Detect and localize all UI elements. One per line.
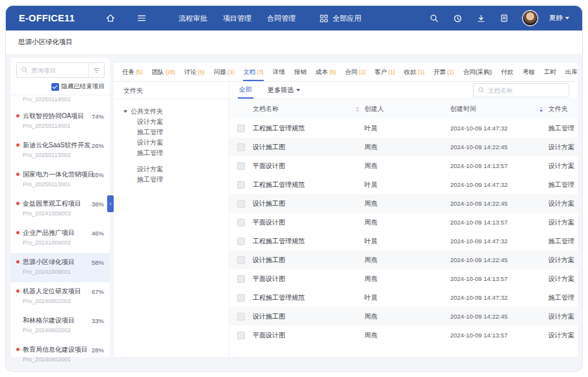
row-checkbox[interactable] — [237, 237, 245, 245]
hide-finished-checkbox[interactable] — [51, 83, 59, 91]
tab-客户[interactable]: 客户(1) — [374, 63, 394, 81]
tab-开票[interactable]: 开票(1) — [433, 63, 454, 81]
tree-node-施工管理[interactable]: 施工管理 — [137, 175, 229, 185]
doc-name-cell[interactable]: 设计施工图 — [253, 256, 364, 265]
project-list-item[interactable]: 思源小区绿化项目Pro_2024100900158% — [11, 253, 110, 282]
filter-all-tab[interactable]: 全部 — [238, 82, 253, 99]
sort-icon-doc-name[interactable] — [355, 106, 359, 112]
table-row[interactable]: 平面设计图周燕2024-10-09 14:13:57设计方案 — [229, 213, 578, 232]
row-checkbox[interactable] — [237, 181, 245, 189]
document-icon[interactable] — [498, 12, 510, 24]
user-avatar[interactable] — [523, 11, 537, 25]
project-list-item[interactable]: 金益园景观工程项目Pro_2024100900338% — [11, 195, 110, 224]
project-list-item[interactable]: 和林格尔建设项目Pro_2024080200233% — [11, 311, 110, 341]
project-list-item[interactable]: 新迪云化SaaS软件开发Pro_2025011300226% — [11, 136, 110, 165]
tree-node-public-folder[interactable]: 公共文件夹 — [123, 106, 229, 117]
tab-工时[interactable]: 工时 — [544, 63, 556, 81]
more-filters-label: 更多筛选 — [268, 86, 294, 95]
clock-icon[interactable] — [452, 12, 463, 24]
tab-讨论[interactable]: 讨论(6) — [185, 63, 205, 81]
row-checkbox[interactable] — [237, 219, 245, 226]
table-row[interactable]: 工程施工管理规范叶晨2024-10-09 14:47:32施工管理 — [229, 288, 578, 307]
tree-node-设计方案[interactable]: 设计方案 — [137, 164, 229, 175]
project-list-item[interactable]: 企业产品推广项目Pro_2024100900246% — [11, 224, 110, 253]
doc-name-cell[interactable]: 工程施工管理规范 — [253, 124, 364, 133]
doc-name-cell[interactable]: 平面设计图 — [253, 162, 364, 171]
menu-hamburger-icon[interactable] — [136, 12, 147, 24]
doc-name-cell[interactable]: 平面设计图 — [253, 274, 364, 284]
tab-出库明细[interactable]: 出库明细 — [565, 63, 578, 81]
tab-报销[interactable]: 报销 — [294, 63, 307, 81]
table-row[interactable]: 工程施工管理规范叶晨2024-10-09 14:47:32施工管理 — [229, 119, 578, 138]
row-checkbox[interactable] — [237, 275, 245, 283]
more-filters-dropdown[interactable]: 更多筛选 — [268, 86, 300, 95]
tab-合同[interactable]: 合同(1) — [345, 63, 365, 81]
tab-详情[interactable]: 详情 — [273, 63, 285, 81]
search-icon[interactable] — [428, 12, 440, 24]
tab-付款[interactable]: 付款 — [501, 63, 513, 81]
user-menu[interactable]: 夏静 — [549, 14, 569, 23]
menu-item-contracts[interactable]: 合同管理 — [267, 14, 296, 23]
row-checkbox[interactable] — [237, 313, 245, 321]
tree-node-设计方案[interactable]: 设计方案 — [137, 117, 229, 127]
project-list-item[interactable]: 教育局信息化建设项目Pro_2024080200128% — [11, 341, 110, 370]
table-row[interactable]: 设计施工图周燕2024-10-09 14:22:45设计方案 — [229, 194, 578, 213]
tab-文档[interactable]: 文档(3) — [243, 63, 263, 81]
table-row[interactable]: 工程施工管理规范叶晨2024-10-09 14:47:32施工管理 — [229, 232, 578, 250]
project-name: 和林格尔建设项目 — [23, 316, 88, 324]
menu-item-projects[interactable]: 项目管理 — [223, 14, 251, 23]
doc-name-cell[interactable]: 设计施工图 — [253, 199, 364, 208]
row-checkbox[interactable] — [237, 162, 245, 170]
folder-cell: 设计方案 — [548, 256, 578, 265]
tree-node-施工管理[interactable]: 施工管理 — [137, 127, 229, 138]
row-checkbox[interactable] — [237, 256, 245, 264]
project-filter-icon[interactable] — [88, 63, 104, 77]
table-row[interactable]: 平面设计图周燕2024-10-09 14:13:57设计方案 — [229, 269, 578, 288]
doc-name-cell[interactable]: 设计施工图 — [253, 143, 364, 152]
row-checkbox[interactable] — [237, 143, 245, 151]
tree-node-施工管理[interactable]: 施工管理 — [137, 148, 229, 158]
table-row[interactable]: 平面设计图周燕2024-10-09 14:13:57设计方案 — [229, 326, 578, 345]
tab-考核[interactable]: 考核 — [522, 63, 535, 81]
row-checkbox[interactable] — [237, 332, 245, 339]
project-progress: 26% — [92, 142, 104, 149]
menu-item-workflow[interactable]: 流程审批 — [179, 14, 207, 23]
doc-name-cell[interactable]: 设计施工图 — [253, 312, 364, 321]
doc-name-cell[interactable]: 工程施工管理规范 — [253, 293, 364, 302]
tab-团队[interactable]: 团队(28) — [151, 63, 175, 81]
tab-任务[interactable]: 任务(5) — [122, 63, 142, 81]
row-checkbox[interactable] — [237, 294, 245, 302]
project-partial-code[interactable]: Pro_20250114002 — [11, 95, 110, 107]
tree-node-设计方案[interactable]: 设计方案 — [137, 138, 229, 148]
project-search-input[interactable] — [31, 67, 82, 74]
doc-name-cell[interactable]: 平面设计图 — [253, 331, 364, 340]
project-list-item[interactable]: 国家电力一体化营销项目Pro_2025011300155% — [11, 165, 110, 195]
tab-count: (1) — [359, 69, 365, 75]
table-row[interactable]: 设计施工图周燕2024-10-09 14:22:45设计方案 — [229, 138, 578, 156]
doc-name-cell[interactable]: 平面设计图 — [253, 218, 364, 227]
home-icon[interactable] — [105, 12, 116, 24]
table-row[interactable]: 设计施工图周燕2024-10-09 14:22:45设计方案 — [229, 307, 578, 326]
sidebar-collapse-handle[interactable]: ‹ — [107, 195, 114, 212]
all-apps-button[interactable]: 全部应用 — [318, 12, 361, 24]
table-row[interactable]: 设计施工图周燕2024-10-09 14:22:45设计方案 — [229, 250, 578, 269]
doc-name-cell[interactable]: 工程施工管理规范 — [253, 180, 364, 189]
doc-name-cell[interactable]: 工程施工管理规范 — [253, 237, 364, 246]
project-list-item[interactable]: 云联智控协同OA项目Pro_2025011400174% — [11, 107, 110, 136]
folder-cell: 设计方案 — [548, 274, 578, 284]
download-icon[interactable] — [475, 12, 487, 24]
row-checkbox[interactable] — [237, 200, 245, 208]
tab-问题[interactable]: 问题(3) — [214, 63, 234, 81]
tab-合同(采购)[interactable]: 合同(采购) — [463, 63, 492, 81]
table-row[interactable]: 工程施工管理规范叶晨2024-10-09 14:47:32施工管理 — [229, 175, 578, 194]
project-list-item[interactable]: 智慧科技OA建设项目Pro_2024080100199% — [11, 370, 110, 372]
table-row[interactable]: 平面设计图周燕2024-10-09 14:13:57设计方案 — [229, 156, 578, 175]
row-checkbox[interactable] — [237, 125, 245, 132]
tab-label: 工时 — [544, 68, 556, 77]
tab-收款[interactable]: 收款(1) — [404, 63, 424, 81]
tab-成本[interactable]: 成本(6) — [316, 63, 336, 81]
sort-icon-created-time[interactable] — [539, 106, 543, 112]
tab-label: 团队 — [151, 68, 164, 77]
document-search-input[interactable] — [488, 87, 569, 94]
project-list-item[interactable]: 机器人定位研发项目Pro_2024080200367% — [11, 282, 110, 311]
